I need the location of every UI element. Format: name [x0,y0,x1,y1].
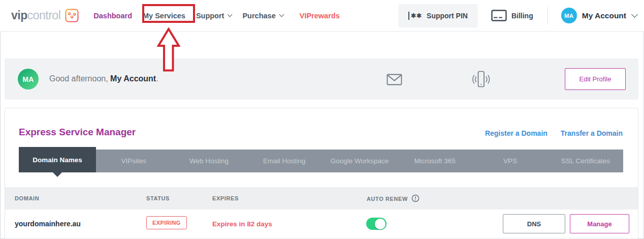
tab-microsoft-365[interactable]: Microsoft 365 [397,150,472,172]
toggle-knob [375,219,385,229]
email-icon[interactable] [387,74,402,85]
expires-cell: Expires in 82 days [212,220,272,228]
express-service-manager-panel: Express Service Manager Register a Domai… [5,108,638,239]
header-expires: EXPIRES [212,195,239,201]
auto-renew-toggle[interactable] [366,218,387,230]
greeting-bar: MA Good afternoon, My Account. Edit Prof… [5,58,638,100]
vipcontrol-logo[interactable]: vipcontrol [11,9,79,22]
greeting-prefix: Good afternoon, [49,74,110,83]
phone-icon[interactable] [470,71,492,88]
domain-links: Register a Domain Transfer a Domain [485,129,623,137]
tab-domain-names[interactable]: Domain Names [19,147,96,172]
greeting-suffix: . [156,74,158,83]
chevron-down-icon [279,12,284,17]
tab-vps[interactable]: VPS [472,150,548,172]
tab-vipsites[interactable]: VIPsites [96,150,171,172]
domain-name-cell: yourdomainhere.au [15,220,81,228]
nav-viprewards[interactable]: VIPrewards [300,12,340,20]
user-avatar: MA [18,69,39,89]
billing-button[interactable]: Billing [491,10,533,21]
header-status: STATUS [146,195,170,201]
nav-right-cluster: ✱✱ Support PIN Billing MA My Account [398,4,637,27]
header-auto-renew: AUTO RENEW [367,195,420,202]
tab-web-hosting[interactable]: Web Hosting [171,150,246,172]
nav-my-services[interactable]: My Services [143,12,185,20]
pin-asterisks-icon: ✱✱ [408,12,422,20]
tab-ssl-certificates[interactable]: SSL Certificates [548,150,623,172]
header-auto-renew-label: AUTO RENEW [367,196,408,202]
my-account-menu[interactable]: MA My Account [561,8,637,23]
nav-purchase[interactable]: Purchase [242,12,283,20]
primary-nav: Dashboard My Services Support Purchase V… [93,12,339,20]
billing-label: Billing [511,12,533,20]
edit-profile-button[interactable]: Edit Profile [565,68,626,90]
manage-button[interactable]: Manage [570,214,629,233]
transfer-domain-link[interactable]: Transfer a Domain [561,129,623,137]
status-badge: EXPIRING [146,216,187,229]
logo-text-vip: vip [11,9,27,22]
greeting-text: Good afternoon, My Account. [49,74,158,83]
service-tabs: Domain Names VIPsites Web Hosting Email … [19,147,623,177]
nav-purchase-label: Purchase [242,12,275,20]
register-domain-link[interactable]: Register a Domain [485,129,548,137]
credit-card-icon [491,10,507,21]
info-icon[interactable] [411,194,420,202]
sliders-icon [65,9,79,22]
chevron-down-icon [228,12,233,17]
account-avatar: MA [561,8,577,23]
nav-support[interactable]: Support [196,12,232,20]
support-pin-label: Support PIN [427,12,468,20]
dns-button[interactable]: DNS [503,214,565,233]
account-name: My Account [582,11,626,20]
nav-dashboard[interactable]: Dashboard [93,12,132,20]
tab-email-hosting[interactable]: Email Hosting [247,150,322,172]
chevron-down-icon [631,11,638,18]
top-navigation: vipcontrol Dashboard My Services Suppor [0,0,644,32]
vertical-divider [548,7,548,24]
support-pin-button[interactable]: ✱✱ Support PIN [398,4,478,27]
header-domain: DOMAIN [15,195,39,201]
table-header: DOMAIN STATUS EXPIRES AUTO RENEW [5,187,638,210]
greeting-account-name: My Account [110,74,156,83]
table-row: yourdomainhere.au EXPIRING Expires in 82… [5,210,638,238]
nav-support-label: Support [196,12,224,20]
logo-text-control: control [27,9,61,22]
tab-google-workspace[interactable]: Google Workspace [322,150,397,172]
panel-title: Express Service Manager [19,127,136,138]
